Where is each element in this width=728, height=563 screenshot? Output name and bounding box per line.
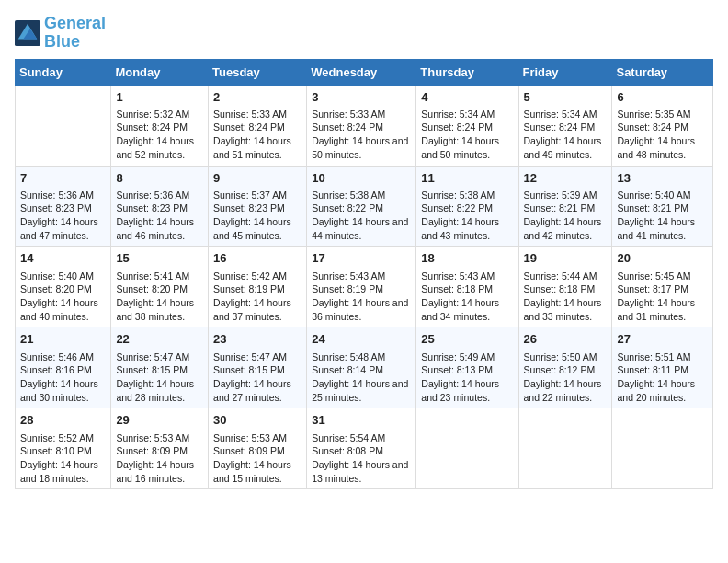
day-number: 14 xyxy=(20,250,106,267)
calendar-cell: 4Sunrise: 5:34 AMSunset: 8:24 PMDaylight… xyxy=(416,85,518,166)
calendar-cell: 23Sunrise: 5:47 AMSunset: 8:15 PMDayligh… xyxy=(209,327,307,408)
sunrise-text: Sunrise: 5:40 AM xyxy=(20,270,106,283)
calendar-cell xyxy=(16,85,111,166)
daylight-text: Daylight: 14 hours and 36 minutes. xyxy=(312,296,411,323)
sunrise-text: Sunrise: 5:38 AM xyxy=(312,189,411,202)
sunset-text: Sunset: 8:15 PM xyxy=(213,363,301,377)
sunset-text: Sunset: 8:09 PM xyxy=(213,444,301,458)
logo: GeneralBlue xyxy=(15,15,106,52)
sunset-text: Sunset: 8:18 PM xyxy=(524,282,608,296)
calendar-cell xyxy=(518,408,612,489)
daylight-text: Daylight: 14 hours and 40 minutes. xyxy=(20,296,106,323)
sunrise-text: Sunrise: 5:49 AM xyxy=(421,350,513,364)
daylight-text: Daylight: 14 hours and 51 minutes. xyxy=(213,134,301,161)
calendar-cell: 18Sunrise: 5:43 AMSunset: 8:18 PMDayligh… xyxy=(416,247,518,327)
daylight-text: Daylight: 14 hours and 25 minutes. xyxy=(312,377,411,404)
sunrise-text: Sunrise: 5:37 AM xyxy=(213,189,301,202)
day-number: 22 xyxy=(116,331,203,348)
week-row-1: 1Sunrise: 5:32 AMSunset: 8:24 PMDaylight… xyxy=(16,85,713,166)
calendar-cell: 29Sunrise: 5:53 AMSunset: 8:09 PMDayligh… xyxy=(111,408,209,489)
day-number: 28 xyxy=(20,412,106,429)
day-number: 31 xyxy=(312,412,411,429)
logo-text: GeneralBlue xyxy=(44,15,106,52)
sunrise-text: Sunrise: 5:42 AM xyxy=(213,270,301,283)
daylight-text: Daylight: 14 hours and 13 minutes. xyxy=(312,458,411,485)
weekday-header-wednesday: Wednesday xyxy=(307,59,416,85)
calendar-cell xyxy=(612,408,713,489)
day-number: 7 xyxy=(20,170,106,187)
calendar-cell: 24Sunrise: 5:48 AMSunset: 8:14 PMDayligh… xyxy=(307,327,416,408)
day-number: 1 xyxy=(116,89,203,106)
day-number: 21 xyxy=(20,331,106,348)
day-number: 30 xyxy=(213,412,301,429)
calendar-cell: 27Sunrise: 5:51 AMSunset: 8:11 PMDayligh… xyxy=(612,327,713,408)
page-header: GeneralBlue xyxy=(15,15,713,52)
sunset-text: Sunset: 8:23 PM xyxy=(116,201,203,215)
sunrise-text: Sunrise: 5:52 AM xyxy=(20,431,106,445)
daylight-text: Daylight: 14 hours and 47 minutes. xyxy=(20,215,106,242)
sunset-text: Sunset: 8:24 PM xyxy=(116,121,203,134)
sunset-text: Sunset: 8:23 PM xyxy=(213,201,301,215)
daylight-text: Daylight: 14 hours and 44 minutes. xyxy=(312,215,411,242)
calendar-cell xyxy=(416,408,518,489)
sunset-text: Sunset: 8:08 PM xyxy=(312,444,411,458)
sunset-text: Sunset: 8:22 PM xyxy=(421,201,513,215)
weekday-header-row: SundayMondayTuesdayWednesdayThursdayFrid… xyxy=(16,59,713,85)
week-row-5: 28Sunrise: 5:52 AMSunset: 8:10 PMDayligh… xyxy=(16,408,713,489)
calendar-cell: 14Sunrise: 5:40 AMSunset: 8:20 PMDayligh… xyxy=(16,247,111,327)
sunset-text: Sunset: 8:24 PM xyxy=(421,121,513,134)
daylight-text: Daylight: 14 hours and 15 minutes. xyxy=(213,458,301,485)
day-number: 3 xyxy=(312,89,411,106)
daylight-text: Daylight: 14 hours and 50 minutes. xyxy=(312,134,411,161)
sunset-text: Sunset: 8:14 PM xyxy=(312,363,411,377)
day-number: 24 xyxy=(312,331,411,348)
sunrise-text: Sunrise: 5:47 AM xyxy=(116,350,203,364)
calendar-cell: 25Sunrise: 5:49 AMSunset: 8:13 PMDayligh… xyxy=(416,327,518,408)
logo-icon xyxy=(15,20,40,46)
day-number: 26 xyxy=(524,331,608,348)
calendar-cell: 21Sunrise: 5:46 AMSunset: 8:16 PMDayligh… xyxy=(16,327,111,408)
calendar-cell: 7Sunrise: 5:36 AMSunset: 8:23 PMDaylight… xyxy=(16,166,111,247)
sunset-text: Sunset: 8:22 PM xyxy=(312,201,411,215)
sunrise-text: Sunrise: 5:34 AM xyxy=(524,108,608,121)
daylight-text: Daylight: 14 hours and 31 minutes. xyxy=(617,296,708,323)
calendar-table: SundayMondayTuesdayWednesdayThursdayFrid… xyxy=(15,59,713,490)
weekday-header-friday: Friday xyxy=(518,59,612,85)
sunset-text: Sunset: 8:11 PM xyxy=(617,363,708,377)
sunrise-text: Sunrise: 5:53 AM xyxy=(116,431,203,445)
sunrise-text: Sunrise: 5:36 AM xyxy=(20,189,106,202)
sunrise-text: Sunrise: 5:41 AM xyxy=(116,270,203,283)
day-number: 17 xyxy=(312,250,411,267)
day-number: 4 xyxy=(421,89,513,106)
calendar-cell: 17Sunrise: 5:43 AMSunset: 8:19 PMDayligh… xyxy=(307,247,416,327)
calendar-cell: 3Sunrise: 5:33 AMSunset: 8:24 PMDaylight… xyxy=(307,85,416,166)
sunrise-text: Sunrise: 5:44 AM xyxy=(524,270,608,283)
sunrise-text: Sunrise: 5:50 AM xyxy=(524,350,608,364)
sunset-text: Sunset: 8:19 PM xyxy=(213,282,301,296)
daylight-text: Daylight: 14 hours and 49 minutes. xyxy=(524,134,608,161)
daylight-text: Daylight: 14 hours and 52 minutes. xyxy=(116,134,203,161)
weekday-header-tuesday: Tuesday xyxy=(209,59,307,85)
day-number: 27 xyxy=(617,331,708,348)
calendar-cell: 19Sunrise: 5:44 AMSunset: 8:18 PMDayligh… xyxy=(518,247,612,327)
daylight-text: Daylight: 14 hours and 48 minutes. xyxy=(617,134,708,161)
daylight-text: Daylight: 14 hours and 34 minutes. xyxy=(421,296,513,323)
day-number: 9 xyxy=(213,170,301,187)
calendar-cell: 9Sunrise: 5:37 AMSunset: 8:23 PMDaylight… xyxy=(209,166,307,247)
day-number: 23 xyxy=(213,331,301,348)
sunrise-text: Sunrise: 5:38 AM xyxy=(421,189,513,202)
daylight-text: Daylight: 14 hours and 30 minutes. xyxy=(20,377,106,404)
sunset-text: Sunset: 8:19 PM xyxy=(312,282,411,296)
sunset-text: Sunset: 8:13 PM xyxy=(421,363,513,377)
sunset-text: Sunset: 8:24 PM xyxy=(617,121,708,134)
calendar-cell: 13Sunrise: 5:40 AMSunset: 8:21 PMDayligh… xyxy=(612,166,713,247)
day-number: 18 xyxy=(421,250,513,267)
calendar-cell: 20Sunrise: 5:45 AMSunset: 8:17 PMDayligh… xyxy=(612,247,713,327)
daylight-text: Daylight: 14 hours and 16 minutes. xyxy=(116,458,203,485)
sunrise-text: Sunrise: 5:34 AM xyxy=(421,108,513,121)
daylight-text: Daylight: 14 hours and 42 minutes. xyxy=(524,215,608,242)
sunrise-text: Sunrise: 5:47 AM xyxy=(213,350,301,364)
calendar-cell: 15Sunrise: 5:41 AMSunset: 8:20 PMDayligh… xyxy=(111,247,209,327)
calendar-cell: 11Sunrise: 5:38 AMSunset: 8:22 PMDayligh… xyxy=(416,166,518,247)
day-number: 6 xyxy=(617,89,708,106)
